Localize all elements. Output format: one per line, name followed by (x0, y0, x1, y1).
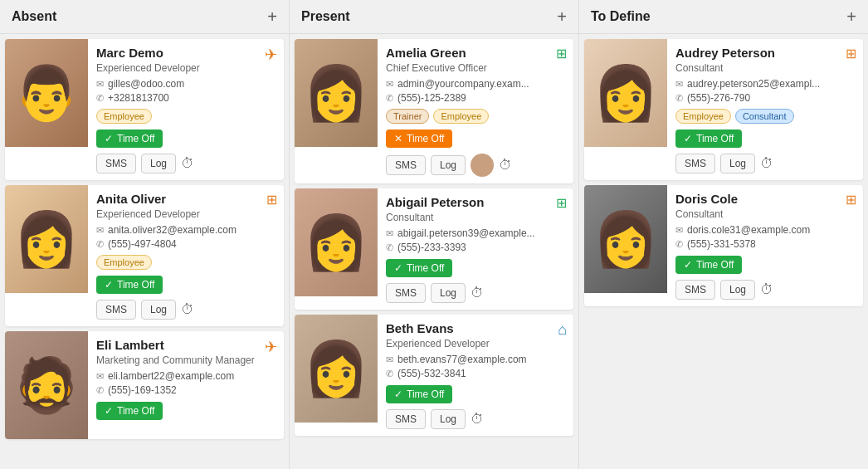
email-icon-marc-demo: ✉ (96, 79, 104, 90)
email-icon-abigail-peterson: ✉ (386, 228, 393, 239)
time-off-button-abigail-peterson[interactable]: ✓ Time Off (386, 259, 452, 277)
card-phone-doris-cole: ✆ (555)-331-5378 (675, 238, 855, 250)
card-phone-abigail-peterson: ✆ (555)-233-3393 (386, 242, 565, 253)
row-icons-beth-evans: SMS Log ⏱ (386, 409, 565, 429)
card-icons-eli-lambert: ✈ (265, 338, 277, 356)
time-off-check-amelia-green: ✕ (394, 133, 402, 144)
grid-icon: ⊞ (846, 192, 856, 208)
tag-trainer: Trainer (386, 109, 429, 124)
card-role-audrey-peterson: Consultant (675, 62, 855, 74)
phone-icon-marc-demo: ✆ (96, 93, 104, 104)
time-off-button-audrey-peterson[interactable]: ✓ Time Off (675, 129, 742, 148)
grid-icon: ⊞ (846, 46, 856, 61)
time-off-button-amelia-green[interactable]: ✕ Time Off (386, 129, 452, 148)
row-icons-doris-cole: SMS Log ⏱ (675, 280, 855, 300)
email-value-marc-demo: gilles@odoo.com (108, 78, 184, 90)
column-add-absent[interactable]: + (267, 8, 277, 25)
card-role-doris-cole: Consultant (675, 208, 855, 220)
card-role-marc-demo: Experienced Developer (96, 62, 276, 74)
card-phone-marc-demo: ✆ +3281813700 (96, 92, 276, 104)
time-off-button-marc-demo[interactable]: ✓ Time Off (96, 129, 163, 148)
grid-icon: ⊞ (266, 192, 277, 208)
avatar-audrey-peterson: 👩 (584, 39, 667, 147)
row-icons-abigail-peterson: SMS Log ⏱ (386, 283, 565, 303)
card-doris-cole: 👩 ⊞ Doris Cole Consultant ✉ doris.cole31… (584, 185, 863, 306)
card-actions-eli-lambert: ✓ Time Off (96, 402, 276, 420)
card-actions-abigail-peterson: ✓ Time Off (386, 259, 565, 277)
card-email-eli-lambert: ✉ eli.lambert22@example.com (96, 370, 276, 382)
card-amelia-green: 👩 ⊞ Amelia Green Chief Executive Officer… (295, 39, 573, 183)
tag-employee: Employee (675, 109, 731, 124)
card-icons-doris-cole: ⊞ (846, 192, 856, 208)
kanban-board: Absent + 👨 ✈ Marc Demo Experienced Devel… (0, 0, 868, 469)
email-value-abigail-peterson: abigail.peterson39@example... (397, 227, 535, 239)
phone-value-anita-oliver: (555)-497-4804 (108, 238, 177, 250)
log-button-beth-evans[interactable]: Log (431, 409, 466, 429)
log-button-amelia-green[interactable]: Log (431, 155, 466, 175)
log-button-marc-demo[interactable]: Log (141, 154, 176, 173)
tag-consultant: Consultant (735, 109, 794, 124)
time-off-button-eli-lambert[interactable]: ✓ Time Off (96, 402, 163, 420)
sms-button-beth-evans[interactable]: SMS (386, 409, 426, 429)
clock-icon-anita-oliver: ⏱ (181, 302, 194, 317)
card-body-doris-cole: ⊞ Doris Cole Consultant ✉ doris.cole31@e… (667, 185, 863, 306)
avatar-anita-oliver: 👩 (5, 185, 88, 293)
plane-icon: ✈ (265, 46, 277, 64)
clock-icon-marc-demo: ⏱ (181, 156, 194, 171)
phone-value-audrey-peterson: (555)-276-790 (687, 92, 750, 104)
avatar-amelia-green: 👩 (295, 39, 378, 147)
tag-employee: Employee (96, 255, 152, 270)
email-value-eli-lambert: eli.lambert22@example.com (108, 370, 234, 382)
phone-icon-anita-oliver: ✆ (96, 239, 104, 250)
time-off-label-abigail-peterson: Time Off (407, 262, 444, 274)
card-name-beth-evans: Beth Evans (386, 321, 565, 335)
cards-list-present: 👩 ⊞ Amelia Green Chief Executive Officer… (290, 34, 578, 469)
time-off-button-beth-evans[interactable]: ✓ Time Off (386, 385, 452, 403)
log-button-anita-oliver[interactable]: Log (141, 300, 176, 320)
email-value-audrey-peterson: audrey.peterson25@exampl... (687, 78, 820, 90)
card-body-anita-oliver: ⊞ Anita Oliver Experienced Developer ✉ a… (88, 185, 284, 326)
column-present: Present + 👩 ⊞ Amelia Green Chief Executi… (290, 0, 579, 469)
card-body-beth-evans: ⌂ Beth Evans Experienced Developer ✉ bet… (378, 315, 573, 436)
clock-icon-audrey-peterson: ⏱ (760, 156, 773, 171)
card-icons-abigail-peterson: ⊞ (556, 195, 567, 211)
time-off-button-anita-oliver[interactable]: ✓ Time Off (96, 276, 163, 294)
sms-button-amelia-green[interactable]: SMS (386, 155, 426, 175)
time-off-check-anita-oliver: ✓ (105, 279, 113, 291)
time-off-label-audrey-peterson: Time Off (696, 133, 734, 144)
card-actions-marc-demo: ✓ Time Off (96, 129, 276, 148)
card-role-anita-oliver: Experienced Developer (96, 208, 276, 220)
column-add-to-define[interactable]: + (846, 8, 856, 25)
clock-icon-abigail-peterson: ⏱ (471, 286, 484, 300)
log-button-doris-cole[interactable]: Log (720, 280, 755, 300)
cards-list-absent: 👨 ✈ Marc Demo Experienced Developer ✉ gi… (0, 34, 289, 469)
card-abigail-peterson: 👩 ⊞ Abigail Peterson Consultant ✉ abigai… (295, 188, 573, 310)
sms-button-audrey-peterson[interactable]: SMS (675, 154, 715, 173)
sms-button-anita-oliver[interactable]: SMS (96, 300, 136, 320)
time-off-label-marc-demo: Time Off (117, 133, 154, 144)
sms-button-marc-demo[interactable]: SMS (96, 154, 136, 173)
card-name-audrey-peterson: Audrey Peterson (675, 46, 855, 60)
sms-button-abigail-peterson[interactable]: SMS (386, 283, 426, 303)
sms-button-doris-cole[interactable]: SMS (675, 280, 715, 300)
phone-icon-abigail-peterson: ✆ (386, 242, 393, 253)
time-off-check-audrey-peterson: ✓ (684, 133, 692, 144)
phone-value-eli-lambert: (555)-169-1352 (108, 384, 177, 396)
log-button-abigail-peterson[interactable]: Log (431, 283, 466, 303)
phone-icon-amelia-green: ✆ (386, 93, 393, 104)
card-actions-beth-evans: ✓ Time Off (386, 385, 565, 403)
card-name-amelia-green: Amelia Green (386, 46, 565, 60)
column-title-absent: Absent (12, 9, 56, 24)
card-name-marc-demo: Marc Demo (96, 46, 276, 60)
phone-icon-audrey-peterson: ✆ (675, 93, 683, 104)
column-add-present[interactable]: + (557, 8, 567, 25)
card-name-anita-oliver: Anita Oliver (96, 192, 276, 206)
log-button-audrey-peterson[interactable]: Log (720, 154, 755, 173)
card-icons-marc-demo: ✈ (265, 46, 277, 64)
email-icon-doris-cole: ✉ (675, 225, 683, 236)
time-off-label-beth-evans: Time Off (407, 388, 444, 400)
time-off-button-doris-cole[interactable]: ✓ Time Off (675, 256, 742, 274)
card-body-marc-demo: ✈ Marc Demo Experienced Developer ✉ gill… (88, 39, 284, 180)
avatar-beth-evans: 👩 (295, 315, 378, 423)
row-icons-marc-demo: SMS Log ⏱ (96, 154, 276, 173)
